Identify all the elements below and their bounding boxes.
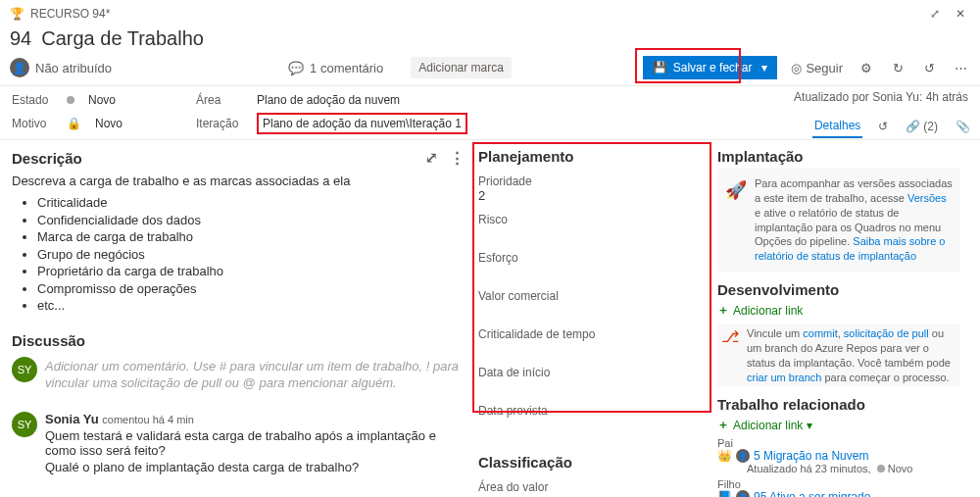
- targetdate-value[interactable]: [478, 418, 706, 432]
- maximize-icon[interactable]: ⤢: [925, 4, 945, 24]
- tab-links[interactable]: 🔗(2): [904, 116, 940, 137]
- list-item: Proprietário da carga de trabalho: [37, 263, 466, 280]
- plus-icon: ＋: [717, 302, 729, 319]
- priority-value[interactable]: 2: [478, 188, 706, 203]
- comment-text: Quem testará e validará esta carga de tr…: [45, 428, 466, 458]
- state-value[interactable]: Novo: [88, 93, 116, 107]
- comment-icon: 💬: [288, 61, 304, 75]
- deployment-heading: Implantação: [717, 148, 804, 165]
- bizvalue-label: Valor comercial: [478, 289, 706, 303]
- assignee-picker[interactable]: 👤 Não atribuído: [10, 58, 112, 77]
- chevron-down-icon: ▾: [807, 419, 812, 432]
- add-link-button[interactable]: ＋Adicionar link ▾: [717, 417, 960, 433]
- planning-heading: Planejamento: [478, 148, 706, 165]
- risk-label: Risco: [478, 213, 706, 226]
- person-icon: 👤: [736, 449, 750, 463]
- related-heading: Trabalho relacionado: [717, 396, 960, 413]
- list-item: Compromisso de operações: [37, 280, 466, 298]
- chevron-down-icon: ▾: [761, 61, 767, 75]
- work-item-id: 94: [10, 27, 31, 50]
- discussion-heading: Discussão: [12, 332, 466, 349]
- effort-label: Esforço: [478, 251, 706, 265]
- tab-attachments[interactable]: 📎: [954, 116, 972, 137]
- risk-value[interactable]: [478, 226, 706, 241]
- child-link[interactable]: 95 Ativo a ser migrado: [754, 490, 870, 497]
- development-heading: Desenvolvimento: [717, 281, 960, 298]
- parent-label: Pai: [717, 437, 960, 449]
- commit-link[interactable]: commit: [803, 327, 837, 339]
- comment-author: Sonia Yu: [45, 412, 99, 426]
- add-link-button[interactable]: ＋Adicionar link: [717, 302, 960, 319]
- rocket-icon: 🚀: [725, 178, 747, 264]
- more-vert-icon[interactable]: ⋮: [447, 148, 466, 168]
- effort-value[interactable]: [478, 265, 706, 279]
- timecrit-value[interactable]: [478, 341, 706, 356]
- tab-details[interactable]: Detalhes: [812, 115, 862, 138]
- list-item: etc...: [37, 297, 466, 315]
- startdate-value[interactable]: [478, 379, 706, 394]
- work-item-title[interactable]: Carga de Trabalho: [41, 27, 970, 50]
- deployment-info: 🚀 Para acompanhar as versões associadas …: [717, 169, 960, 272]
- attachment-icon: 📎: [956, 120, 970, 133]
- more-icon[interactable]: ⋯: [951, 58, 970, 77]
- iteration-value[interactable]: Plano de adoção da nuvem\Iteração 1: [263, 117, 462, 130]
- revert-icon[interactable]: ↺: [919, 58, 939, 77]
- comment-text: Qualé o plano de implantação desta carga…: [45, 460, 466, 474]
- history-icon: ↺: [878, 120, 888, 133]
- list-item: Criticalidade: [37, 194, 466, 212]
- person-icon: 👤: [10, 58, 29, 77]
- create-branch-link[interactable]: criar um branch: [747, 372, 821, 383]
- discussion-input[interactable]: Adicionar um comentário. Use # para vinc…: [45, 357, 466, 392]
- timecrit-label: Criticalidade de tempo: [478, 327, 706, 341]
- eye-icon: ◎: [791, 61, 802, 75]
- person-icon: 👤: [736, 490, 750, 497]
- parent-link[interactable]: 5 Migração na Nuvem: [754, 449, 868, 463]
- follow-button[interactable]: ◎ Seguir: [791, 61, 843, 75]
- reason-label: Motivo: [12, 117, 53, 130]
- reason-value[interactable]: Novo: [95, 117, 122, 130]
- child-label: Filho: [717, 478, 960, 490]
- add-tag-button[interactable]: Adicionar marca: [411, 57, 512, 78]
- classification-heading: Classificação: [478, 454, 706, 471]
- git-branch-icon: ⎇: [721, 326, 739, 384]
- bizvalue-value[interactable]: [478, 303, 706, 318]
- versions-link[interactable]: Versões: [907, 192, 947, 204]
- list-item: Grupo de negócios: [37, 246, 466, 264]
- close-icon[interactable]: ✕: [951, 4, 970, 24]
- tab-history[interactable]: ↺: [876, 116, 890, 137]
- gear-icon[interactable]: ⚙: [857, 58, 876, 77]
- startdate-label: Data de início: [478, 366, 706, 379]
- comment-time: comentou há 4 min: [102, 414, 194, 425]
- iteration-label: Iteração: [196, 117, 243, 130]
- assignee-label: Não atribuído: [35, 61, 112, 75]
- crown-icon: 👑: [717, 449, 732, 463]
- state-dot-icon: [877, 465, 885, 472]
- development-info: ⎇ Vincule um commit, solicitação de pull…: [717, 324, 960, 386]
- description-list[interactable]: Criticalidade Confidencialidade dos dado…: [37, 194, 466, 315]
- list-item: Confidencialidade dos dados: [37, 212, 466, 229]
- area-value[interactable]: Plano de adoção da nuvem: [257, 93, 400, 107]
- comments-count[interactable]: 💬 1 comentário: [288, 61, 383, 75]
- lock-icon: 🔒: [67, 117, 81, 130]
- link-icon: 🔗: [906, 120, 920, 133]
- list-item: Marca de carga de trabalho: [37, 228, 466, 246]
- trophy-icon: 🏆: [10, 7, 24, 21]
- description-intro[interactable]: Descreva a carga de trabalho e as marcas…: [12, 174, 466, 188]
- targetdate-label: Data prevista: [478, 404, 706, 418]
- state-label: Estado: [12, 93, 53, 107]
- area-label: Área: [196, 93, 243, 107]
- avatar: SY: [12, 412, 37, 437]
- crumb-text: RECURSO 94*: [30, 7, 110, 21]
- updated-by-text: Atualizado por Sonia Yu: 4h atrás: [794, 90, 968, 104]
- valuearea-label: Área do valor: [478, 480, 706, 494]
- avatar: SY: [12, 357, 37, 382]
- priority-label: Prioridade: [478, 174, 706, 188]
- save-and-close-button[interactable]: 💾 Salvar e fechar ▾: [643, 56, 778, 79]
- save-icon: 💾: [653, 61, 667, 75]
- state-dot-icon: [67, 96, 74, 104]
- description-heading: Descrição: [12, 150, 82, 167]
- refresh-icon[interactable]: ↻: [888, 58, 907, 77]
- plus-icon: ＋: [717, 417, 729, 433]
- pr-link[interactable]: solicitação de pull: [844, 327, 929, 339]
- expand-icon[interactable]: ⤢: [421, 148, 441, 168]
